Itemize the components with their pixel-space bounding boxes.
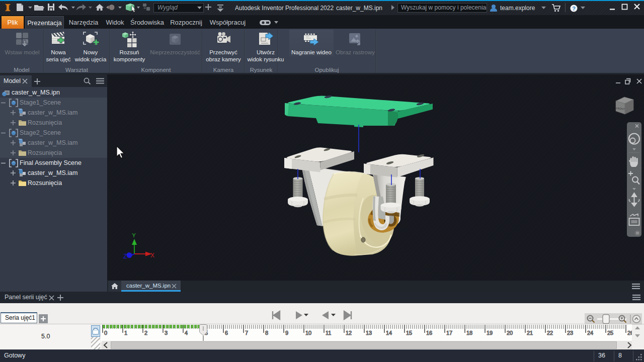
svg-text:15: 15 [406, 330, 412, 336]
svg-text:13: 13 [366, 330, 372, 336]
svg-text:X: X [150, 252, 154, 259]
svg-text:24: 24 [587, 330, 593, 336]
svg-text:26: 26 [627, 330, 632, 336]
svg-text:20: 20 [507, 330, 513, 336]
svg-text:0: 0 [104, 330, 107, 336]
svg-text:16: 16 [426, 330, 432, 336]
svg-text:10: 10 [305, 330, 311, 336]
svg-text:1: 1 [124, 330, 127, 336]
svg-text:14: 14 [386, 330, 392, 336]
svg-text:18: 18 [466, 330, 472, 336]
svg-text:25: 25 [607, 330, 613, 336]
svg-text:6: 6 [225, 330, 228, 336]
svg-text:19: 19 [487, 330, 493, 336]
svg-text:2: 2 [144, 330, 147, 336]
svg-text:23: 23 [567, 330, 573, 336]
svg-text:preze: preze [94, 327, 98, 329]
svg-text:21: 21 [527, 330, 533, 336]
svg-text:4: 4 [185, 330, 188, 336]
svg-text:Y: Y [132, 232, 136, 238]
svg-text:22: 22 [547, 330, 553, 336]
svg-text:17: 17 [446, 330, 452, 336]
svg-text:3: 3 [165, 330, 168, 336]
svg-text:9: 9 [285, 330, 288, 336]
svg-text:7: 7 [245, 330, 248, 336]
svg-text:12: 12 [346, 330, 352, 336]
svg-text:11: 11 [326, 330, 331, 336]
svg-text:Z: Z [123, 253, 127, 260]
svg-text:8: 8 [265, 330, 268, 336]
svg-text:?: ? [572, 6, 576, 12]
